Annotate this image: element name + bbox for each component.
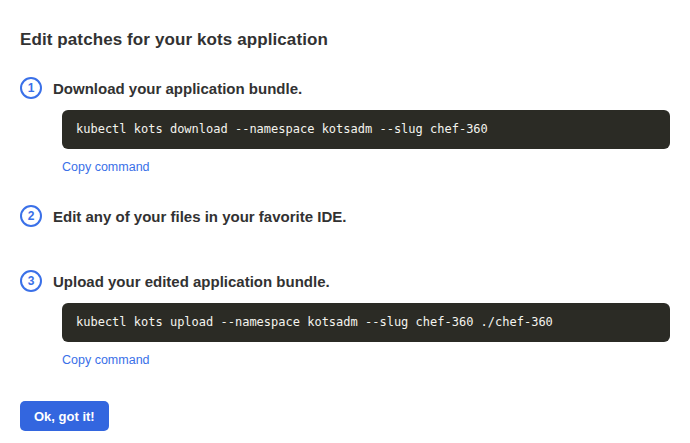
step-edit-header: 2 Edit any of your files in your favorit… — [20, 205, 670, 227]
step-heading: Edit any of your files in your favorite … — [53, 208, 346, 225]
step-download-header: 1 Download your application bundle. — [20, 77, 670, 99]
upload-command-code-block: kubectl kots upload --namespace kotsadm … — [62, 303, 670, 342]
ok-got-it-button[interactable]: Ok, got it! — [20, 401, 109, 431]
step-upload-header: 3 Upload your edited application bundle. — [20, 270, 670, 292]
step-heading: Download your application bundle. — [53, 80, 302, 97]
step-number-badge: 3 — [20, 270, 42, 292]
download-command-code-block: kubectl kots download --namespace kotsad… — [62, 110, 670, 149]
step-heading: Upload your edited application bundle. — [53, 273, 330, 290]
footer: Ok, got it! — [20, 401, 670, 431]
step-number-badge: 2 — [20, 205, 42, 227]
copy-upload-command-link[interactable]: Copy command — [62, 353, 150, 367]
step-upload: 3 Upload your edited application bundle.… — [20, 270, 670, 368]
edit-patches-panel: Edit patches for your kots application 1… — [0, 0, 690, 443]
page-title: Edit patches for your kots application — [20, 30, 670, 50]
step-upload-body: kubectl kots upload --namespace kotsadm … — [62, 303, 670, 368]
step-download-body: kubectl kots download --namespace kotsad… — [62, 110, 670, 175]
step-number-badge: 1 — [20, 77, 42, 99]
copy-download-command-link[interactable]: Copy command — [62, 160, 150, 174]
step-edit: 2 Edit any of your files in your favorit… — [20, 205, 670, 227]
step-download: 1 Download your application bundle. kube… — [20, 77, 670, 175]
